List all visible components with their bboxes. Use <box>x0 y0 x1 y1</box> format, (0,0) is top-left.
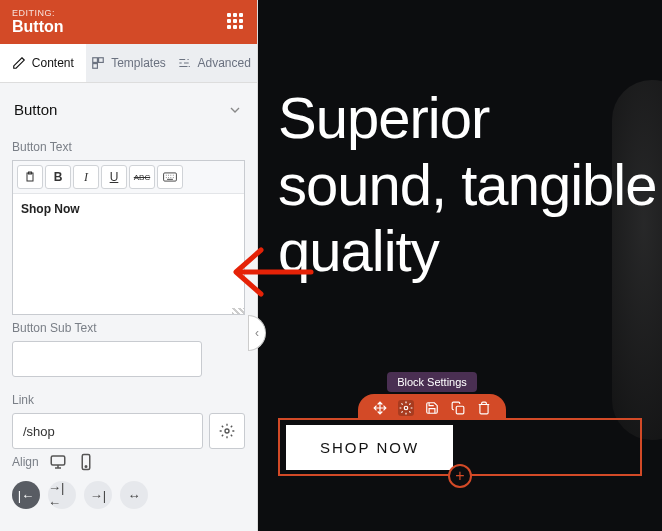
shop-now-button[interactable]: SHOP NOW <box>286 425 453 470</box>
link-input[interactable] <box>12 413 203 449</box>
gear-icon <box>399 401 413 415</box>
move-icon <box>373 401 387 415</box>
block-tooltip: Block Settings <box>387 372 477 392</box>
button-subtext-label: Button Sub Text <box>12 321 245 335</box>
strikethrough-button[interactable]: ABC <box>129 165 155 189</box>
svg-rect-5 <box>164 173 177 181</box>
drag-handle-icon[interactable] <box>227 13 245 31</box>
italic-button[interactable]: I <box>73 165 99 189</box>
button-text-label: Button Text <box>12 140 245 154</box>
svg-point-9 <box>85 466 87 468</box>
link-label: Link <box>12 393 245 407</box>
section-title: Button <box>14 101 57 118</box>
tab-bar: Content Templates Advanced <box>0 44 257 83</box>
button-block-selected[interactable]: SHOP NOW + <box>278 418 642 476</box>
tab-content-label: Content <box>32 56 74 70</box>
preview-canvas: Superior sound, tangible quality Block S… <box>258 0 662 531</box>
gear-icon <box>219 423 235 439</box>
keyboard-button[interactable] <box>157 165 183 189</box>
rich-text-editor: B I U ABC <box>12 160 245 315</box>
tab-advanced[interactable]: Advanced <box>171 44 257 82</box>
resize-handle[interactable] <box>232 308 244 314</box>
align-options: |← →|← →| ↔ <box>12 481 245 509</box>
link-settings-button[interactable] <box>209 413 245 449</box>
svg-rect-7 <box>51 456 65 465</box>
sidebar-header: EDITING: Button <box>0 0 257 44</box>
align-right-button[interactable]: →| <box>84 481 112 509</box>
keyboard-icon <box>163 172 177 182</box>
move-block-button[interactable] <box>372 400 388 416</box>
align-justify-button[interactable]: ↔ <box>120 481 148 509</box>
pencil-icon <box>12 56 26 70</box>
copy-icon <box>451 401 465 415</box>
editor-toolbar: B I U ABC <box>13 161 244 194</box>
desktop-icon[interactable] <box>49 453 67 471</box>
template-icon <box>91 56 105 70</box>
sliders-icon <box>177 56 191 70</box>
svg-point-10 <box>404 406 408 410</box>
editing-label: EDITING: <box>12 8 64 18</box>
paste-button[interactable] <box>17 165 43 189</box>
tab-advanced-label: Advanced <box>197 56 250 70</box>
button-text-input[interactable] <box>13 194 244 304</box>
align-label: Align <box>12 455 39 469</box>
editing-target: Button <box>12 18 64 36</box>
editor-sidebar: EDITING: Button Content Templates Advanc… <box>0 0 258 531</box>
content-panel: Button Button Text B I U ABC Button Sub … <box>0 83 257 531</box>
clipboard-icon <box>24 171 36 183</box>
duplicate-block-button[interactable] <box>450 400 466 416</box>
chevron-down-icon <box>227 102 243 118</box>
align-center-button[interactable]: →|← <box>48 481 76 509</box>
tab-content[interactable]: Content <box>0 44 86 82</box>
align-left-button[interactable]: |← <box>12 481 40 509</box>
hero-heading: Superior sound, tangible quality <box>278 85 662 285</box>
bold-button[interactable]: B <box>45 165 71 189</box>
svg-point-6 <box>225 429 229 433</box>
svg-rect-2 <box>93 64 98 69</box>
section-toggle-button[interactable]: Button <box>12 97 245 134</box>
tab-templates[interactable]: Templates <box>86 44 172 82</box>
block-toolbar: Block Settings <box>358 372 506 420</box>
svg-rect-0 <box>93 58 98 63</box>
delete-block-button[interactable] <box>476 400 492 416</box>
mobile-icon[interactable] <box>77 453 95 471</box>
save-block-button[interactable] <box>424 400 440 416</box>
svg-rect-1 <box>99 58 104 63</box>
save-icon <box>425 401 439 415</box>
underline-button[interactable]: U <box>101 165 127 189</box>
trash-icon <box>477 401 491 415</box>
button-subtext-input[interactable] <box>12 341 202 377</box>
tab-templates-label: Templates <box>111 56 166 70</box>
svg-rect-11 <box>456 406 464 414</box>
block-settings-button[interactable] <box>398 400 414 416</box>
add-block-button[interactable]: + <box>448 464 472 488</box>
